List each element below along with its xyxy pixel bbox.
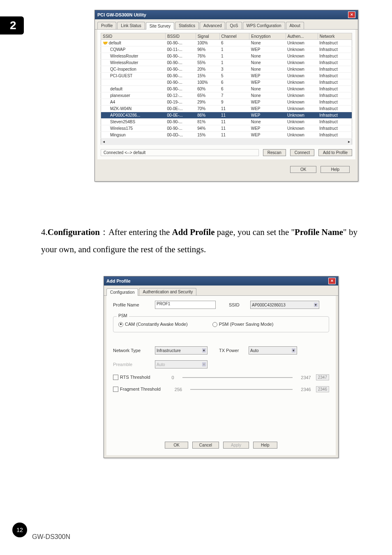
cell: AP000C43286... [101,112,166,119]
rts-slider[interactable] [182,377,293,378]
fragment-slider[interactable] [190,389,293,390]
column-header[interactable]: SSID [101,33,166,40]
column-header[interactable]: Channel [219,33,249,40]
ok-button[interactable]: OK [290,166,316,173]
cell: Steven254BS [101,119,166,125]
cell: Infrastruct [318,46,352,53]
cell: 6 [219,86,249,92]
cell: Infrastruct [318,60,352,66]
chevron-down-icon: ▾ [202,362,206,366]
cam-label: CAM (Constantly Awake Mode) [125,322,188,327]
tx-power-select[interactable]: Auto▾ [249,346,297,355]
fragment-checkbox[interactable]: Fragment Threshold [113,387,161,392]
ssid-select[interactable]: AP000C43286013▾ [250,301,319,309]
profile-name-input[interactable]: PROF1 [155,301,216,309]
tab-statistics[interactable]: Statistics [175,22,199,29]
help-button[interactable]: Help [321,166,350,173]
column-header[interactable]: Signal [196,33,219,40]
cell: None [249,60,286,66]
table-row[interactable]: 00-90-...100%6WEPUnknownInfrastruct [101,79,352,86]
cell: 5 [219,73,249,79]
cell: WEP [249,99,286,106]
cell: 94% [196,125,219,132]
cell: 6 [219,40,249,46]
cell: Infrastruct [318,86,352,92]
table-row[interactable]: WirelessRouter00-90-...76%1NoneUnknownIn… [101,53,352,60]
cell: 🤝 default [101,40,166,46]
rts-checkbox[interactable]: RTS Threshold [113,375,150,380]
table-row[interactable]: QC-Inspection00-90-...20%3NoneUnknownInf… [101,66,352,73]
close-icon[interactable]: × [348,12,355,18]
table-row[interactable]: Wireless17500-90-...94%11WEPUnknownInfra… [101,125,352,132]
cell: 86% [196,112,219,119]
profile-name-label: Profile Name [113,302,150,307]
table-row[interactable]: 🤝 default00-90-...100%6NoneUnknownInfras… [101,40,352,46]
tab-profile[interactable]: Profile [97,22,116,29]
cell: None [249,119,286,125]
utility-dialog: PCI GW-DS300N Utility × ProfileLink Stat… [95,10,358,182]
cell: 65% [196,92,219,99]
tab-advanced[interactable]: Advanced [200,22,225,29]
tab-about[interactable]: About [286,22,304,29]
tab-site-survey[interactable]: Site Survey [146,22,174,30]
cell: Infrastruct [318,99,352,106]
tab-link-status[interactable]: Link Status [117,22,145,29]
tab-configuration[interactable]: Configuration [106,288,138,296]
checkbox-icon [113,375,118,380]
cell: 00-90-... [165,60,196,66]
cell: 11 [219,125,249,132]
tab-wps-configuration[interactable]: WPS Configuration [243,22,285,29]
term-configuration: Configuration [48,227,100,237]
connection-status: Connected <--> default [101,149,259,156]
table-row[interactable]: planexuser00-12-...65%7NoneUnknownInfras… [101,92,352,99]
cell: Unknown [286,86,318,92]
column-header[interactable]: Encryption [249,33,286,40]
cell: 00-90-... [165,66,196,73]
network-type-select[interactable]: Infrastructure▾ [155,346,208,355]
table-row[interactable]: PCI-GUEST00-90-...15%5WEPUnknownInfrastr… [101,73,352,79]
cell: 00-90-... [165,53,196,60]
chevron-down-icon: ▾ [292,348,295,352]
cell: 55% [196,60,219,66]
tab-qos[interactable]: QoS [226,22,242,29]
step-number: 4. [41,227,48,237]
horizontal-scrollbar[interactable]: ◂▸ [101,138,352,145]
cancel-button[interactable]: Cancel [192,442,219,449]
connect-button[interactable]: Connect [290,149,314,156]
cell: default [101,86,166,92]
cam-radio[interactable]: CAM (Constantly Awake Mode) [118,322,188,327]
table-row[interactable]: MZK-W04N00-0E-...70%11WEPUnknownInfrastr… [101,106,352,112]
cell: 11 [219,132,249,138]
close-icon[interactable]: × [328,278,336,284]
cell: Unknown [286,60,318,66]
help-button[interactable]: Help [253,442,277,449]
column-header[interactable]: Network [318,33,352,40]
ok-button[interactable]: OK [165,442,188,449]
table-row[interactable]: CQWAP00-11-...96%1WEPUnknownInfrastruct [101,46,352,53]
table-row[interactable]: WirelessRouter00-90-...55%1NoneUnknownIn… [101,60,352,66]
psm-radio[interactable]: PSM (Power Saving Mode) [212,322,274,327]
tab-authentication-and-security[interactable]: Authentication and Security [139,288,196,295]
cell: WEP [249,112,286,119]
table-row[interactable]: A400-19-...29%9WEPUnknownInfrastruct [101,99,352,106]
cell: 3 [219,66,249,73]
cell: 29% [196,99,219,106]
configuration-panel: Profile Name PROF1 SSID AP000C43286013▾ … [106,296,336,455]
table-row[interactable]: Steven254BS00-90-...81%11NoneUnknownInfr… [101,119,352,125]
column-header[interactable]: BSSID [165,33,196,40]
rescan-button[interactable]: Rescan [263,149,286,156]
network-type-label: Network Type [113,348,150,353]
table-row[interactable]: AP000C43286...00-0E-...86%11WEPUnknownIn… [101,112,352,119]
cell: Infrastruct [318,112,352,119]
cell: 00-90-... [165,119,196,125]
table-row[interactable]: default00-90-...60%6NoneUnknownInfrastru… [101,86,352,92]
network-type-value: Infrastructure [157,348,181,353]
table-row[interactable]: Mingsun00-0D-...15%11WEPUnknownInfrastru… [101,132,352,138]
fragment-label: Fragment Threshold [120,387,161,391]
window-title: PCI GW-DS300N Utility [97,12,146,17]
cell: Unknown [286,53,318,60]
add-to-profile-button[interactable]: Add to Profile [318,149,352,156]
column-header[interactable]: Authen... [286,33,318,40]
cell: 00-0D-... [165,132,196,138]
cell: Unknown [286,112,318,119]
